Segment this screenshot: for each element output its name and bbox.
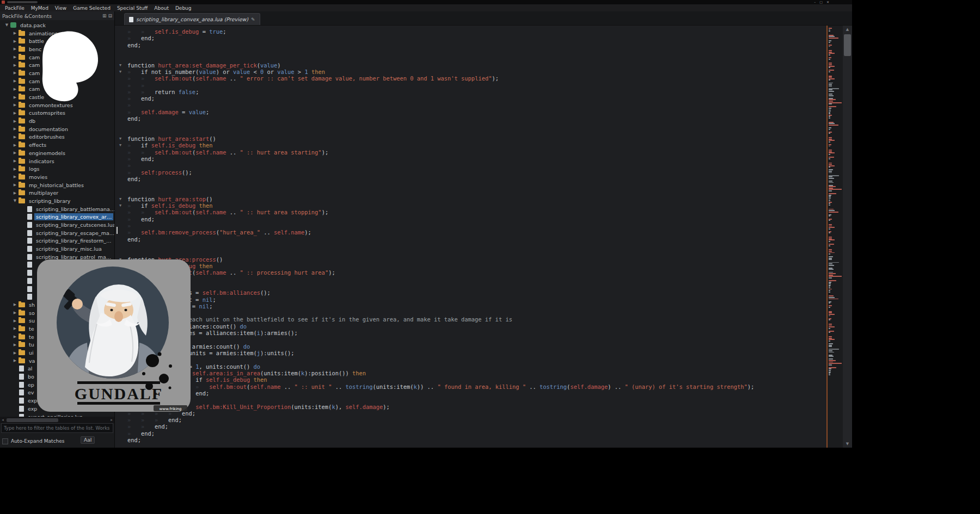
tree-expand-icon[interactable]: ▶ (11, 39, 19, 44)
fold-arrow-icon[interactable]: ▼ (119, 69, 121, 75)
scroll-up-icon[interactable]: ▲ (843, 26, 852, 33)
file-icon (27, 246, 32, 252)
close-icon[interactable]: ✕ (826, 0, 829, 4)
code-line: » » (115, 336, 826, 343)
minimize-icon[interactable]: – (814, 0, 816, 4)
tree-filter-input[interactable] (1, 423, 113, 433)
tree-expand-icon[interactable]: ▶ (11, 351, 19, 355)
tree-collapse-icon[interactable]: ▼ (11, 199, 19, 203)
tree-item-customsprites[interactable]: ▶customsprites (0, 109, 114, 117)
fold-arrow-icon[interactable]: ▼ (119, 63, 121, 68)
tree-expand-icon[interactable]: ▶ (11, 55, 19, 59)
tree-expand-icon[interactable]: ▶ (11, 319, 19, 323)
folder-icon (19, 134, 25, 139)
code-line: » local alliances = self.bm:alliances(); (115, 289, 826, 296)
code-editor[interactable]: » » self.is_debug = true;» end;end;▼func… (115, 26, 826, 448)
tree-expand-icon[interactable]: ▶ (11, 302, 19, 307)
menu-item-packfile[interactable]: PackFile (2, 5, 28, 11)
tree-expand-icon[interactable]: ▶ (11, 127, 19, 131)
menu-item-special-stuff[interactable]: Special Stuff (114, 5, 151, 11)
tree-item-documentation[interactable]: ▶documentation (0, 125, 114, 133)
tree-item-mp-historical-battles[interactable]: ▶mp_historical_battles (0, 181, 114, 189)
tree-item-multiplayer[interactable]: ▶multiplayer (0, 189, 114, 197)
tree-expand-icon[interactable]: ▶ (11, 159, 19, 163)
tree-horizontal-scrollbar[interactable]: ◂ ▸ (0, 417, 114, 423)
tree-item-label: va (27, 357, 36, 364)
tree-expand-icon[interactable]: ▶ (11, 71, 19, 75)
tree-expand-icon[interactable]: ▶ (11, 87, 19, 91)
tree-item-scripting-library-firestorm-[interactable]: scripting_library_firestorm_… (0, 237, 114, 245)
tree-expand-icon[interactable]: ▶ (11, 135, 19, 139)
tree-item-db[interactable]: ▶db (0, 117, 114, 125)
folder-icon (19, 311, 25, 315)
case-sensitive-button[interactable]: AaI (81, 436, 95, 444)
collapse-all-icon[interactable]: ⊟ (108, 13, 112, 18)
tree-item-indicators[interactable]: ▶indicators (0, 157, 114, 165)
code-line: end; (115, 176, 826, 182)
expand-all-icon[interactable]: ⊞ (102, 13, 107, 18)
tree-expand-icon[interactable]: ▶ (11, 335, 19, 339)
auto-expand-checkbox[interactable] (2, 438, 8, 444)
tree-item-editorbrushes[interactable]: ▶editorbrushes (0, 133, 114, 141)
tab-scripting-library-convex-area[interactable]: scripting_library_convex_area.lua (Previ… (124, 13, 260, 25)
tree-expand-icon[interactable]: ▶ (11, 326, 19, 331)
tree-item-label: sh (27, 301, 36, 308)
tree-expand-icon[interactable]: ▶ (11, 311, 19, 315)
tree-item-scripting-library-convex-ar-[interactable]: scripting_library_convex_ar… (0, 213, 114, 221)
menu-item-game-selected[interactable]: Game Selected (70, 5, 114, 11)
tree-item-effects[interactable]: ▶effects (0, 141, 114, 149)
scroll-left-icon[interactable]: ◂ (0, 418, 5, 422)
tree-item-logs[interactable]: ▶logs (0, 165, 114, 173)
tree-item-scripting-library-misc-lua[interactable]: scripting_library_misc.lua (0, 245, 114, 253)
menu-item-mymod[interactable]: MyMod (28, 5, 52, 11)
tree-expand-icon[interactable]: ▶ (11, 343, 19, 347)
fold-arrow-icon[interactable]: ▼ (119, 143, 121, 148)
tree-expand-icon[interactable]: ▶ (11, 63, 19, 67)
scroll-right-icon[interactable]: ▸ (109, 418, 114, 422)
tree-expand-icon[interactable]: ▶ (11, 183, 19, 187)
vertical-scrollbar[interactable]: ▲ ▼ (843, 26, 852, 448)
folder-icon (19, 31, 25, 36)
tree-expand-icon[interactable]: ▶ (11, 119, 19, 123)
maximize-icon[interactable]: ▢ (819, 0, 823, 4)
menu-item-debug[interactable]: Debug (172, 5, 195, 11)
pencil-icon[interactable]: ✎ (251, 17, 255, 22)
tree-expand-icon[interactable]: ▶ (11, 79, 19, 83)
minimap[interactable] (826, 26, 843, 448)
tree-item-enginemodels[interactable]: ▶enginemodels (0, 149, 114, 157)
tree-expand-icon[interactable]: ▶ (11, 31, 19, 35)
tree-item-scripting-library[interactable]: ▼scripting_library (0, 197, 114, 205)
scroll-thumb[interactable] (844, 34, 851, 56)
scroll-thumb[interactable] (7, 418, 58, 422)
tab-label: scripting_library_convex_area.lua (Previ… (136, 16, 248, 22)
scroll-down-icon[interactable]: ▼ (843, 440, 852, 448)
code-line: » » » end; (115, 417, 826, 423)
fold-arrow-icon[interactable]: ▼ (119, 196, 121, 202)
tree-item-label: tu (27, 341, 36, 348)
tree-item-label: so (27, 309, 36, 317)
folder-icon (19, 199, 25, 203)
file-icon (27, 230, 32, 236)
code-line: » (115, 222, 826, 229)
menu-item-about[interactable]: About (151, 5, 172, 11)
tree-expand-icon[interactable]: ▶ (11, 111, 19, 115)
tree-item-scripting-library-cutscenes-lua[interactable]: scripting_library_cutscenes.lua (0, 221, 114, 229)
tree-expand-icon[interactable]: ▶ (11, 167, 19, 171)
tree-expand-icon[interactable]: ▶ (11, 103, 19, 107)
tree-collapse-icon[interactable]: ▼ (3, 23, 10, 27)
tree-item-scripting-library-battlemana-[interactable]: scripting_library_battlemana… (0, 205, 114, 213)
tree-item-scripting-library-escape-ma-[interactable]: scripting_library_escape_ma… (0, 229, 114, 237)
menu-item-view[interactable]: View (52, 5, 70, 11)
tree-expand-icon[interactable]: ▶ (11, 143, 19, 147)
fold-arrow-icon[interactable]: ▼ (119, 136, 121, 141)
tree-expand-icon[interactable]: ▶ (11, 175, 19, 179)
code-line (115, 249, 826, 256)
code-line (115, 48, 826, 55)
tree-expand-icon[interactable]: ▶ (11, 151, 19, 155)
tree-expand-icon[interactable]: ▶ (11, 47, 19, 51)
fold-arrow-icon[interactable]: ▼ (119, 203, 121, 208)
tree-item-movies[interactable]: ▶movies (0, 173, 114, 181)
tree-expand-icon[interactable]: ▶ (11, 358, 19, 363)
tree-expand-icon[interactable]: ▶ (11, 191, 19, 195)
tree-expand-icon[interactable]: ▶ (11, 95, 19, 100)
